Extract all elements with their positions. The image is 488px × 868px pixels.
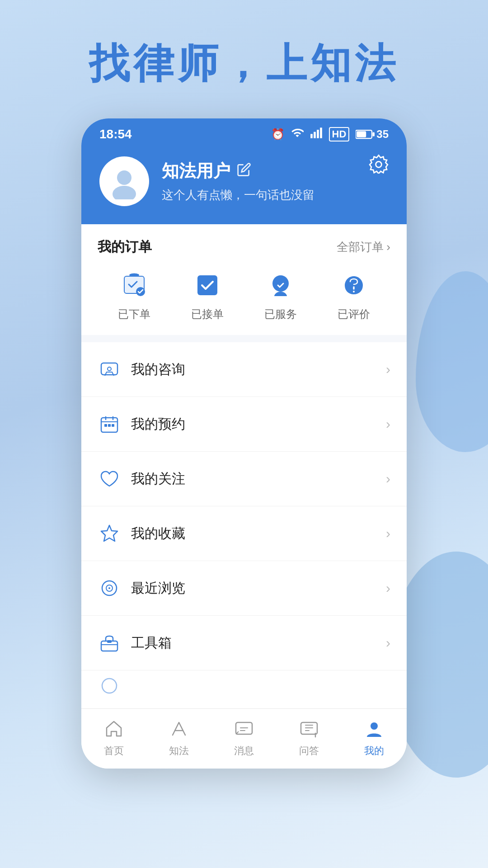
zhifa-icon <box>167 717 191 741</box>
order-served[interactable]: 已服务 <box>264 269 297 321</box>
chevron-recent-icon: › <box>386 580 390 596</box>
order-reviewed-label: 已评价 <box>338 307 370 321</box>
content-area: 我的订单 全部订单 › <box>81 224 407 701</box>
nav-qa-label: 问答 <box>299 744 319 758</box>
profile-name-row: 知法用户 <box>162 160 314 183</box>
menu-recent-label: 最近浏览 <box>131 579 386 598</box>
svg-rect-18 <box>104 424 107 427</box>
svg-rect-19 <box>108 424 111 427</box>
nav-profile[interactable]: 我的 <box>342 717 407 758</box>
order-accepted-label: 已接单 <box>191 307 224 321</box>
nav-message-label: 消息 <box>234 744 254 758</box>
profile-info: 知法用户 这个人有点懒，一句话也没留 <box>162 160 314 203</box>
svg-point-29 <box>371 722 378 730</box>
phone-frame: 18:54 ⏰ HD <box>81 118 407 769</box>
orders-title: 我的订单 <box>98 238 152 256</box>
status-time: 18:54 <box>99 127 132 142</box>
menu-toolbox-label: 工具箱 <box>131 634 386 652</box>
order-reviewed-icon <box>338 269 370 302</box>
menu-recent[interactable]: 最近浏览 › <box>81 561 407 616</box>
svg-rect-1 <box>314 132 316 138</box>
bottom-nav: 首页 知法 消息 <box>81 708 407 769</box>
edit-profile-icon[interactable] <box>237 162 251 180</box>
battery-level: 35 <box>376 128 389 141</box>
order-accepted-icon <box>191 269 224 302</box>
menu-toolbox[interactable]: 工具箱 › <box>81 616 407 670</box>
profile-name-text: 知法用户 <box>162 160 230 183</box>
menu-section: 我的咨询 › 我的预约 › <box>81 342 407 701</box>
svg-rect-13 <box>197 275 217 295</box>
svg-point-10 <box>113 186 136 199</box>
chevron-right-icon: › <box>386 240 390 254</box>
chevron-consultation-icon: › <box>386 362 390 377</box>
app-title: 找律师，上知法 <box>0 0 488 118</box>
chevron-appointment-icon: › <box>386 416 390 432</box>
menu-consultation-label: 我的咨询 <box>131 360 386 379</box>
chevron-toolbox-icon: › <box>386 635 390 651</box>
svg-point-8 <box>376 161 382 167</box>
orders-header: 我的订单 全部订单 › <box>98 238 390 256</box>
order-placed[interactable]: 已下单 <box>118 269 150 321</box>
profile-header: 知法用户 这个人有点懒，一句话也没留 <box>81 147 407 224</box>
svg-point-14 <box>353 291 355 292</box>
order-served-icon <box>264 269 297 302</box>
toolbox-icon <box>98 631 121 655</box>
appointment-icon <box>98 412 121 436</box>
menu-favorites[interactable]: 我的收藏 › <box>81 506 407 561</box>
order-placed-label: 已下单 <box>118 307 150 321</box>
chevron-favorites-icon: › <box>386 526 390 541</box>
menu-follow-label: 我的关注 <box>131 470 386 488</box>
svg-rect-5 <box>373 132 375 137</box>
status-bar: 18:54 ⏰ HD <box>81 118 407 147</box>
svg-marker-7 <box>370 156 388 174</box>
status-icons: ⏰ HD <box>271 127 389 142</box>
favorites-icon <box>98 522 121 545</box>
order-accepted[interactable]: 已接单 <box>191 269 224 321</box>
profile-nav-icon <box>362 717 386 741</box>
svg-rect-3 <box>320 127 322 138</box>
qa-icon <box>297 717 321 741</box>
nav-profile-label: 我的 <box>364 744 384 758</box>
profile-bio: 这个人有点懒，一句话也没留 <box>162 187 314 203</box>
orders-section: 我的订单 全部订单 › <box>81 224 407 335</box>
nav-zhifa[interactable]: 知法 <box>146 717 211 758</box>
menu-consultation[interactable]: 我的咨询 › <box>81 342 407 397</box>
alarm-icon: ⏰ <box>271 128 285 141</box>
svg-rect-0 <box>310 134 313 138</box>
menu-follow[interactable]: 我的关注 › <box>81 452 407 506</box>
nav-qa[interactable]: 问答 <box>277 717 342 758</box>
partial-icon <box>98 674 121 698</box>
order-placed-icon <box>118 269 150 302</box>
settings-icon[interactable] <box>367 152 390 175</box>
recent-icon <box>98 576 121 600</box>
svg-rect-15 <box>101 363 117 375</box>
orders-grid: 已下单 已接单 <box>98 269 390 326</box>
nav-zhifa-label: 知法 <box>169 744 189 758</box>
menu-appointment[interactable]: 我的预约 › <box>81 397 407 452</box>
signal-icon <box>310 127 323 142</box>
hd-icon: HD <box>329 127 350 142</box>
svg-rect-6 <box>357 131 366 137</box>
all-orders-label: 全部订单 <box>337 239 384 255</box>
svg-point-23 <box>108 587 110 589</box>
svg-rect-2 <box>317 130 319 138</box>
nav-message[interactable]: 消息 <box>211 717 277 758</box>
svg-rect-25 <box>107 640 112 643</box>
all-orders-button[interactable]: 全部订单 › <box>337 239 390 255</box>
avatar[interactable] <box>99 156 149 206</box>
menu-appointment-label: 我的预约 <box>131 415 386 434</box>
svg-rect-20 <box>112 424 114 427</box>
wifi-icon <box>291 127 304 142</box>
menu-favorites-label: 我的收藏 <box>131 524 386 543</box>
order-reviewed[interactable]: 已评价 <box>338 269 370 321</box>
consultation-icon <box>98 358 121 381</box>
chevron-follow-icon: › <box>386 471 390 486</box>
battery-icon: 35 <box>356 128 389 141</box>
menu-partial[interactable] <box>81 670 407 701</box>
svg-point-9 <box>117 170 131 185</box>
svg-point-26 <box>102 679 117 693</box>
follow-icon <box>98 467 121 491</box>
order-served-label: 已服务 <box>264 307 297 321</box>
nav-home-label: 首页 <box>104 744 124 758</box>
nav-home[interactable]: 首页 <box>81 717 146 758</box>
